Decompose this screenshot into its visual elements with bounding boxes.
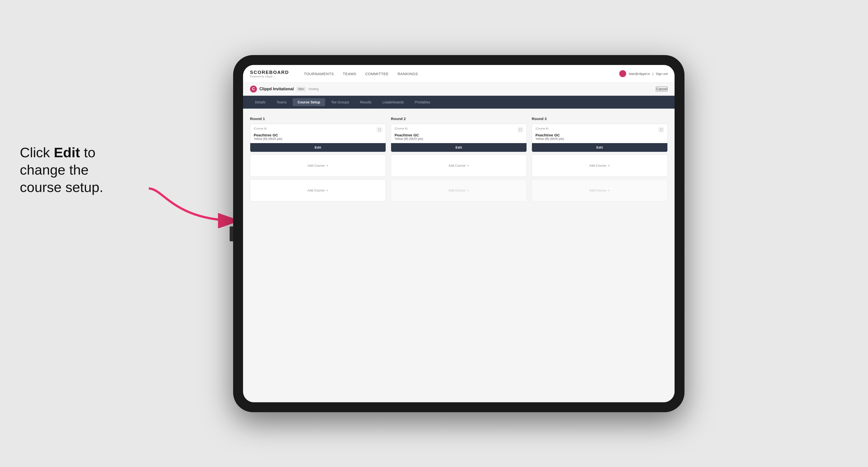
- course-info-r1: Yellow (M) (6629 yds): [250, 137, 385, 143]
- tournament-name: Clippd Invitational: [259, 87, 294, 91]
- round-1-title: Round 1: [250, 117, 386, 121]
- add-course-label-r1-2: Add Course +: [308, 188, 328, 193]
- add-course-text-r2-1: Add Course: [448, 164, 465, 167]
- add-course-text-r3-2: Add Course: [589, 188, 607, 192]
- tab-results[interactable]: Results: [355, 98, 376, 106]
- course-card-round3: (Course A) ☐ Peachtree GC Yellow (M) (66…: [532, 124, 668, 152]
- instruction-block: Click Edit tochange thecourse setup.: [20, 144, 144, 196]
- round-3-title: Round 3: [532, 117, 668, 121]
- brand: SCOREBOARD Powered by clippd: [250, 70, 289, 78]
- tabs-bar: Details Teams Course Setup Tee Groups Re…: [243, 96, 675, 108]
- course-label-r3: (Course A): [535, 127, 549, 130]
- add-course-r3-2: Add Course +: [532, 179, 668, 201]
- separator: |: [652, 72, 653, 75]
- course-delete-r3[interactable]: ☐: [658, 127, 664, 132]
- hosting-badge: Hosting: [309, 87, 319, 91]
- round-2-column: Round 2 (Course A) ☐ Peachtree GC Yellow…: [391, 117, 527, 204]
- add-course-label-r1-1: Add Course +: [308, 163, 328, 168]
- course-card-round1: (Course A) ☐ Peachtree GC Yellow (M) (66…: [250, 124, 386, 152]
- course-name-r1: Peachtree GC: [250, 132, 385, 137]
- course-label-r2: (Course A): [395, 127, 408, 130]
- course-card-header-r1: (Course A) ☐: [250, 124, 385, 132]
- course-info-r2: Yellow (M) (6629 yds): [391, 137, 527, 143]
- add-course-label-r3-2: Add Course +: [589, 188, 610, 193]
- round-3-column: Round 3 (Course A) ☐ Peachtree GC Yellow…: [532, 117, 668, 204]
- add-course-text-r1-2: Add Course: [308, 188, 324, 192]
- course-name-r3: Peachtree GC: [532, 132, 668, 137]
- tab-course-setup[interactable]: Course Setup: [292, 98, 325, 106]
- course-card-round2: (Course A) ☐ Peachtree GC Yellow (M) (66…: [391, 124, 527, 152]
- rounds-grid: Round 1 (Course A) ☐ Peachtree GC Yellow…: [250, 117, 668, 204]
- nav-links: TOURNAMENTS TEAMS COMMITTEE RANKINGS: [304, 71, 609, 77]
- add-course-r1-1[interactable]: Add Course +: [250, 155, 386, 177]
- main-content: Round 1 (Course A) ☐ Peachtree GC Yellow…: [243, 108, 675, 402]
- course-card-header-r3: (Course A) ☐: [532, 124, 668, 132]
- tablet-screen: SCOREBOARD Powered by clippd TOURNAMENTS…: [243, 65, 675, 402]
- brand-name: SCOREBOARD: [250, 70, 289, 75]
- add-course-label-r2-1: Add Course +: [448, 163, 469, 168]
- course-card-header-r2: (Course A) ☐: [391, 124, 527, 132]
- plus-icon-r1-2: +: [326, 188, 328, 193]
- add-course-label-r2-2: Add Course +: [448, 188, 469, 193]
- add-course-r1-2[interactable]: Add Course +: [250, 179, 386, 201]
- round-2-title: Round 2: [391, 117, 527, 121]
- plus-icon-r3-1: +: [608, 163, 610, 168]
- course-delete-r1[interactable]: ☐: [377, 127, 382, 132]
- navbar-right: blair@clippd.io | Sign out: [619, 70, 668, 77]
- plus-icon-r2-2: +: [467, 188, 469, 193]
- plus-icon-r2-1: +: [467, 163, 469, 168]
- nav-teams[interactable]: TEAMS: [343, 71, 356, 77]
- tab-details[interactable]: Details: [250, 98, 271, 106]
- add-course-label-r3-1: Add Course +: [589, 163, 610, 168]
- round-1-column: Round 1 (Course A) ☐ Peachtree GC Yellow…: [250, 117, 386, 204]
- user-email: blair@clippd.io: [629, 72, 650, 75]
- instruction-text: Click Edit tochange thecourse setup.: [20, 144, 144, 196]
- tab-leaderboards[interactable]: Leaderboards: [377, 98, 409, 106]
- course-label-r1: (Course A): [254, 127, 267, 130]
- cancel-button[interactable]: Cancel: [656, 87, 668, 92]
- brand-sub: Powered by clippd: [250, 75, 289, 78]
- add-course-text-r3-1: Add Course: [589, 164, 607, 167]
- nav-committee[interactable]: COMMITTEE: [365, 71, 389, 77]
- arrow-indicator: [144, 184, 248, 229]
- clippd-logo: C: [250, 86, 257, 93]
- tournament-title: C Clippd Invitational Men Hosting: [250, 86, 319, 93]
- add-course-text-r1-1: Add Course: [308, 164, 324, 167]
- plus-icon-r3-2: +: [608, 188, 610, 193]
- add-course-r2-2: Add Course +: [391, 179, 527, 201]
- course-info-r3: Yellow (M) (6629 yds): [532, 137, 668, 143]
- tablet-device: SCOREBOARD Powered by clippd TOURNAMENTS…: [233, 55, 684, 412]
- sub-header: C Clippd Invitational Men Hosting Cancel: [243, 83, 675, 96]
- tournament-gender: Men: [297, 87, 306, 91]
- tab-teams[interactable]: Teams: [272, 98, 292, 106]
- sign-out-link[interactable]: Sign out: [656, 72, 668, 75]
- edit-button-r3[interactable]: Edit: [532, 143, 668, 152]
- course-delete-r2[interactable]: ☐: [518, 127, 523, 132]
- edit-button-r1[interactable]: Edit: [250, 143, 385, 152]
- tab-tee-groups[interactable]: Tee Groups: [326, 98, 354, 106]
- user-avatar: [619, 70, 626, 77]
- course-name-r2: Peachtree GC: [391, 132, 527, 137]
- nav-rankings[interactable]: RANKINGS: [398, 71, 418, 77]
- navbar: SCOREBOARD Powered by clippd TOURNAMENTS…: [243, 65, 675, 83]
- add-course-text-r2-2: Add Course: [448, 188, 465, 192]
- add-course-r3-1[interactable]: Add Course +: [532, 155, 668, 177]
- plus-icon-r1-1: +: [326, 163, 328, 168]
- tab-printables[interactable]: Printables: [410, 98, 435, 106]
- add-course-r2-1[interactable]: Add Course +: [391, 155, 527, 177]
- edit-button-r2[interactable]: Edit: [391, 143, 527, 152]
- tablet-side-button: [230, 226, 233, 241]
- nav-tournaments[interactable]: TOURNAMENTS: [304, 71, 334, 77]
